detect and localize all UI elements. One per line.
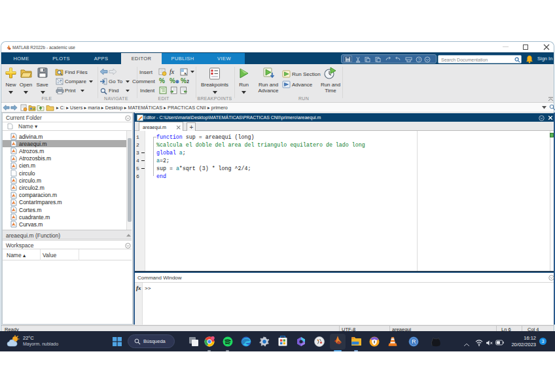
svg-text:?: ? xyxy=(418,58,420,62)
svg-text:R: R xyxy=(412,338,416,345)
